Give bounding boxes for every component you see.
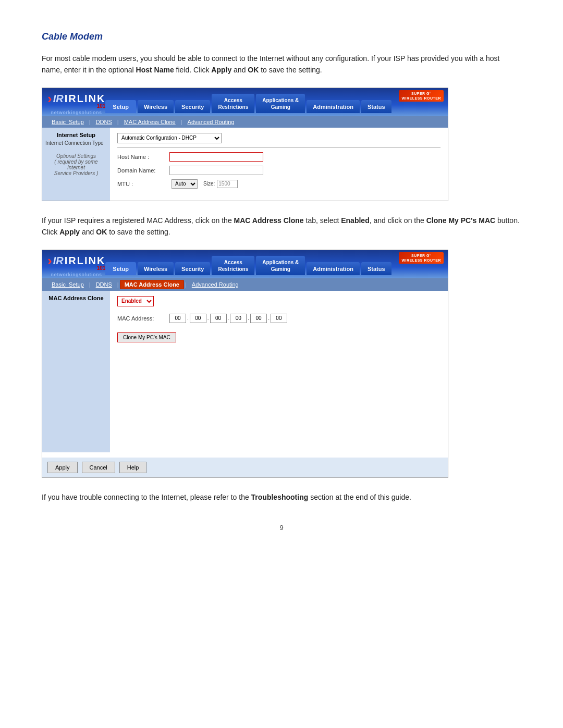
tab-access-2[interactable]: AccessRestrictions	[212, 256, 254, 275]
enabled-row: Enabled Disabled	[117, 296, 440, 306]
router-ui-1: › IRIRLINK 101 networkingsolutions Setup…	[42, 88, 448, 201]
mid-text-2: tab, select	[304, 216, 341, 225]
logo-ir-2: IR	[53, 255, 64, 267]
sub-nav-routing-1[interactable]: Advanced Routing	[183, 118, 239, 126]
router-header-1: › IRIRLINK 101 networkingsolutions Setup…	[42, 88, 448, 116]
tab-setup-1[interactable]: Setup	[105, 100, 136, 113]
tab-applications-2[interactable]: Applications &Gaming	[256, 256, 305, 275]
sub-nav-1: Basic_Setup | DDNS | MAC Address Clone |…	[42, 116, 448, 128]
optional-section-1: Optional Settings( required by some Inte…	[45, 153, 107, 176]
clone-mac-button[interactable]: Clone My PC's MAC	[117, 332, 176, 342]
mac-field-5[interactable]	[250, 314, 267, 323]
intro-apply-bold: Apply	[211, 66, 231, 74]
networking-text-2: networkingsolutions	[51, 272, 102, 277]
domain-label-1: Domain Name:	[117, 167, 169, 174]
intro-text-2: field. Click	[174, 66, 212, 74]
mac-address-label: MAC Address:	[117, 315, 169, 322]
apply-button-2[interactable]: Apply	[47, 462, 78, 473]
mac-field-3[interactable]	[210, 314, 227, 323]
mid-text-1: If your ISP requires a registered MAC Ad…	[42, 216, 234, 225]
connection-type-select-1[interactable]: Automatic Configuration - DHCP	[117, 133, 222, 143]
footer-troubleshooting-bold: Troubleshooting	[251, 493, 309, 501]
dhcp-row-1: Automatic Configuration - DHCP	[117, 133, 440, 143]
mid-enabled-bold: Enabled	[341, 216, 369, 225]
tab-security-2[interactable]: Security	[175, 262, 210, 275]
logo-wrapper-2: › IRIRLINK 101 networkingsolutions	[47, 254, 105, 277]
router-header-2: › IRIRLINK 101 networkingsolutions Setup…	[42, 250, 448, 278]
tab-setup-2[interactable]: Setup	[105, 262, 136, 275]
mid-text-6: to save the setting.	[107, 228, 170, 236]
super-g-badge-1: SUPER G°WIRELESS ROUTER	[399, 90, 444, 102]
hostname-row-1: Host Name :	[117, 152, 440, 162]
tab-security-1[interactable]: Security	[175, 100, 210, 113]
mac-fields-container: . . . . .	[169, 314, 287, 323]
footer-text-2: section at the end of this guide.	[308, 493, 411, 501]
router-content-1: Internet Setup Internet Connection Type …	[42, 128, 448, 201]
tab-status-2[interactable]: Status	[361, 262, 391, 275]
nav-row-2: Setup Wireless Security AccessRestrictio…	[105, 256, 443, 275]
main-content-1: Automatic Configuration - DHCP Host Name…	[110, 128, 448, 201]
sidebar-conn-type-1: Internet Connection Type	[45, 140, 107, 146]
logo-wrapper-1: › IRIRLINK 101 networkingsolutions	[47, 92, 105, 115]
mtu-select-1[interactable]: Auto	[172, 179, 198, 189]
clone-btn-row: Clone My PC's MAC	[117, 330, 440, 342]
sub-nav-mac-2[interactable]: MAC Address Clone	[120, 280, 184, 289]
enabled-select[interactable]: Enabled Disabled	[117, 296, 154, 306]
mid-paragraph: If your ISP requires a registered MAC Ad…	[42, 215, 521, 238]
cancel-button-2[interactable]: Cancel	[82, 462, 115, 473]
mac-field-2[interactable]	[190, 314, 206, 323]
size-input-1[interactable]	[217, 180, 238, 188]
tab-administration-2[interactable]: Administration	[307, 262, 360, 275]
size-label-1: Size:	[203, 181, 215, 187]
page-number: 9	[42, 524, 521, 532]
intro-host-name-bold: Host Name	[136, 66, 174, 74]
router-ui-2: › IRIRLINK 101 networkingsolutions Setup…	[42, 250, 448, 478]
domain-input-1[interactable]	[169, 166, 263, 175]
super-g-badge-2: SUPER G°WIRELESS ROUTER	[399, 252, 444, 264]
footer-text-1: If you have trouble connecting to the In…	[42, 493, 251, 501]
mid-ok-bold: OK	[96, 228, 107, 236]
intro-ok-bold: OK	[248, 66, 259, 74]
sub-nav-mac-1[interactable]: MAC Address Clone	[120, 118, 180, 126]
nav-row-1: Setup Wireless Security AccessRestrictio…	[105, 94, 443, 113]
sub-nav-basic-1[interactable]: Basic_Setup	[47, 118, 88, 126]
mac-section-title: MAC Address Clone	[45, 295, 107, 301]
tab-applications-1[interactable]: Applications &Gaming	[256, 94, 305, 113]
page-title: Cable Modem	[42, 31, 521, 42]
sub-nav-ddns-1[interactable]: DDNS	[92, 118, 116, 126]
intro-and: and	[231, 66, 248, 74]
mid-mac-bold: MAC Address Clone	[234, 216, 304, 225]
logo-chevron-2: ›	[47, 254, 52, 267]
main-content-2: Enabled Disabled MAC Address: . . . . .	[110, 291, 448, 452]
hostname-label-1: Host Name :	[117, 154, 169, 160]
sidebar-title-1: Internet Setup	[45, 132, 107, 138]
logo-101-2: 101	[97, 265, 106, 271]
domain-row-1: Domain Name:	[117, 166, 440, 175]
tab-wireless-2[interactable]: Wireless	[138, 262, 174, 275]
tab-status-1[interactable]: Status	[361, 100, 391, 113]
hostname-input-1[interactable]	[169, 152, 263, 162]
sub-nav-routing-2[interactable]: Advanced Routing	[188, 280, 243, 289]
mid-clone-bold: Clone My PC's MAC	[426, 216, 495, 225]
mac-field-4[interactable]	[230, 314, 247, 323]
router-content-2: MAC Address Clone Enabled Disabled MAC A…	[42, 291, 448, 452]
logo-101-1: 101	[97, 103, 106, 109]
help-button-2[interactable]: Help	[119, 462, 147, 473]
tab-access-1[interactable]: AccessRestrictions	[212, 94, 254, 113]
tab-wireless-1[interactable]: Wireless	[138, 100, 174, 113]
mac-field-1[interactable]	[169, 314, 186, 323]
logo-chevron-1: ›	[47, 92, 52, 105]
logo-ir-1: IR	[53, 93, 64, 105]
mid-apply-bold: Apply	[59, 228, 80, 236]
sub-nav-ddns-2[interactable]: DDNS	[92, 280, 116, 289]
mid-text-3: , and click on the	[370, 216, 426, 225]
action-buttons-2: Apply Cancel Help	[42, 458, 448, 477]
footer-paragraph: If you have trouble connecting to the In…	[42, 491, 521, 503]
intro-paragraph-1: For most cable modem users, you should b…	[42, 53, 521, 76]
sub-nav-basic-2[interactable]: Basic_Setup	[47, 280, 88, 289]
mac-field-6[interactable]	[271, 314, 287, 323]
tab-administration-1[interactable]: Administration	[307, 100, 360, 113]
networking-text-1: networkingsolutions	[51, 110, 102, 115]
sidebar-2: MAC Address Clone	[42, 291, 110, 452]
mtu-label-1: MTU :	[117, 181, 169, 187]
